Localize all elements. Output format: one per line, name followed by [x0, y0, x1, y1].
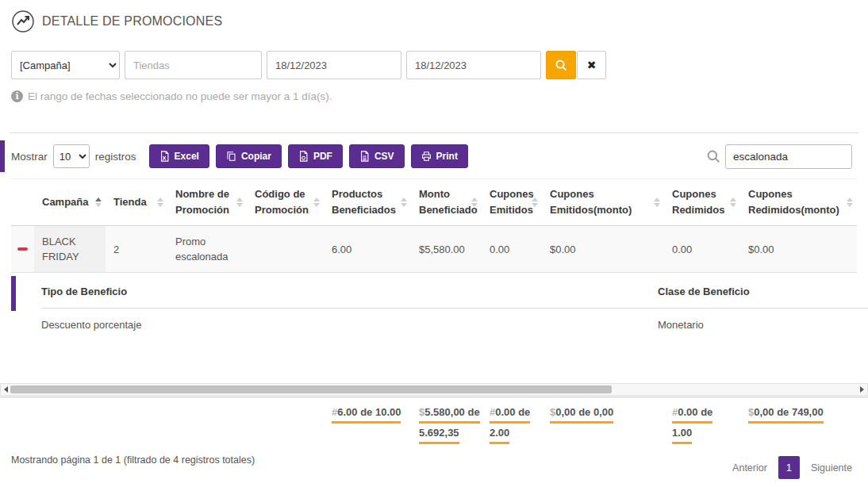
accent-bar: [11, 276, 16, 311]
benefit-type-header: Tipo de Beneficio: [41, 286, 658, 297]
total-cupones-redimidos: #0.00 de 1.00: [664, 404, 740, 447]
horizontal-scrollbar[interactable]: [0, 383, 868, 396]
sort-icon: [236, 197, 243, 207]
table-bottom-border: [0, 397, 868, 397]
column-header-cupones-emitidos[interactable]: Cupones Emitidos: [482, 179, 542, 225]
cell-tienda: 2: [106, 226, 167, 272]
total-cupones-emitidos: #0.00 de 2.00: [482, 404, 542, 447]
sort-icon: [157, 197, 163, 207]
sort-icon: [95, 197, 102, 207]
show-label: Mostrar: [11, 151, 48, 163]
collapse-minus-icon: [17, 247, 28, 251]
total-cupones-emitidos-monto: $0,00 de 0,00: [542, 404, 664, 426]
column-label: Cupones Emitidos(monto): [550, 186, 651, 218]
total-cupones-redimidos-monto: $0,00 de 749,00: [740, 404, 857, 426]
column-label: Tienda: [113, 194, 147, 210]
scroll-right-arrow-icon[interactable]: [860, 386, 864, 393]
date-to-input[interactable]: [406, 51, 541, 79]
column-header-cupones-emitidos-monto[interactable]: Cupones Emitidos(monto): [542, 179, 664, 225]
info-message: El rango de fechas seleccionado no puede…: [28, 90, 332, 102]
cell-nombre-promocion: Promo escalonada: [167, 226, 247, 272]
csv-button-label: CSV: [374, 151, 394, 162]
search-icon: [555, 59, 568, 72]
table-footer: Mostrando página 1 de 1 (filtrado de 4 r…: [0, 447, 868, 479]
print-button-label: Print: [436, 151, 458, 162]
column-label: Cupones Redimidos(monto): [748, 186, 844, 218]
cell-campana: BLACK FRIDAY: [34, 226, 106, 272]
benefit-type-value: Descuento porcentaje: [41, 319, 658, 331]
copy-icon: [226, 151, 236, 162]
sort-icon: [730, 197, 736, 207]
previous-page-button[interactable]: Anterior: [732, 462, 767, 474]
row-detail-panel: Tipo de Beneficio Clase de Beneficio Des…: [11, 276, 857, 341]
search-icon: [706, 149, 721, 164]
page-size-select[interactable]: 10: [53, 144, 90, 168]
promotions-table: Campaña Tienda Nombre de Promoción Códig…: [11, 178, 857, 341]
table-row: BLACK FRIDAY 2 Promo escalonada 6.00 $5,…: [11, 226, 857, 273]
cell-cupones-emitidos-monto: $0.00: [542, 226, 664, 272]
column-label: Nombre de Promoción: [175, 186, 234, 218]
scroll-left-arrow-icon[interactable]: [4, 386, 8, 393]
csv-file-icon: [359, 151, 370, 162]
column-label: Código de Promoción: [255, 186, 311, 218]
records-label: registros: [95, 151, 136, 163]
cell-monto-beneficiado: $5,580.00: [411, 226, 482, 272]
pagination-summary: Mostrando página 1 de 1 (filtrado de 4 r…: [11, 451, 255, 466]
printer-icon: [421, 151, 432, 162]
scrollbar-thumb[interactable]: [10, 385, 612, 393]
date-from-input[interactable]: [267, 51, 401, 79]
table-toolbar: Mostrar 10 registros Excel Copiar: [0, 140, 868, 172]
cell-cupones-redimidos-monto: $0.00: [740, 226, 857, 272]
excel-button[interactable]: Excel: [149, 144, 209, 168]
collapse-row-button[interactable]: [11, 226, 34, 272]
column-header-cupones-redimidos-monto[interactable]: Cupones Redimidos(monto): [740, 179, 857, 225]
column-header-campana[interactable]: Campaña: [34, 179, 106, 225]
column-header-cupones-redimidos[interactable]: Cupones Redimidos: [664, 179, 740, 225]
column-header-tienda[interactable]: Tienda: [106, 179, 167, 225]
sort-icon: [401, 197, 407, 207]
copy-button[interactable]: Copiar: [216, 144, 282, 168]
page-header: DETALLE DE PROMOCIONES: [0, 0, 868, 41]
filter-bar: [Campaña] ✖: [0, 51, 868, 79]
column-header-productos-beneficiados[interactable]: Productos Beneficiados: [324, 179, 411, 225]
column-label: Cupones Emitidos: [490, 186, 534, 218]
excel-file-icon: [159, 151, 170, 162]
copy-button-label: Copiar: [241, 151, 271, 162]
export-buttons: Excel Copiar PDF: [149, 144, 468, 168]
search-button[interactable]: [546, 51, 576, 79]
cell-productos-beneficiados: 6.00: [324, 226, 411, 272]
chart-trend-icon: [11, 10, 35, 33]
stores-input[interactable]: [125, 51, 262, 79]
page-title: DETALLE DE PROMOCIONES: [42, 14, 222, 29]
sort-icon: [532, 197, 538, 207]
total-monto-beneficiado: $5.580,00 de 5.692,35: [411, 404, 482, 447]
sort-icon: [654, 197, 660, 207]
page-number-button[interactable]: 1: [778, 456, 800, 479]
csv-button[interactable]: CSV: [349, 144, 405, 168]
benefit-class-header: Clase de Beneficio: [658, 286, 868, 297]
accent-bar: [0, 140, 5, 172]
toggle-column-header: [11, 179, 34, 225]
pdf-button[interactable]: PDF: [288, 144, 343, 168]
column-label: Monto Beneficiado: [419, 186, 478, 218]
info-icon: i: [11, 90, 23, 102]
sort-icon: [313, 197, 320, 207]
column-header-nombre-promocion[interactable]: Nombre de Promoción: [167, 179, 247, 225]
info-message-row: i El rango de fechas seleccionado no pue…: [0, 90, 868, 102]
table-search-input[interactable]: [725, 144, 852, 169]
cell-codigo-promocion: [247, 226, 324, 272]
close-icon: ✖: [587, 59, 597, 71]
sort-icon: [471, 197, 478, 207]
cell-cupones-redimidos: 0.00: [664, 226, 740, 272]
print-button[interactable]: Print: [411, 144, 468, 168]
campaign-select[interactable]: [Campaña]: [11, 51, 120, 79]
clear-filters-button[interactable]: ✖: [577, 51, 606, 79]
table-search: [706, 144, 852, 169]
column-header-monto-beneficiado[interactable]: Monto Beneficiado: [411, 179, 482, 225]
column-header-codigo-promocion[interactable]: Código de Promoción: [247, 179, 324, 225]
section-divider: [10, 132, 858, 133]
next-page-button[interactable]: Siguiente: [811, 462, 852, 474]
pagination: Anterior 1 Siguiente: [732, 456, 852, 479]
pdf-button-label: PDF: [313, 151, 332, 162]
table-header-row: Campaña Tienda Nombre de Promoción Códig…: [11, 178, 857, 226]
